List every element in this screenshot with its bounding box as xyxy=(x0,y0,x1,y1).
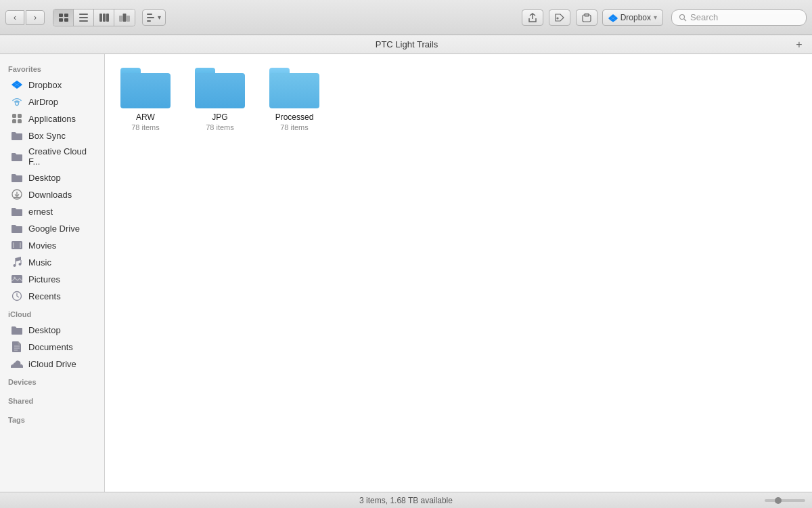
sidebar-item-google-drive[interactable]: Google Drive xyxy=(3,220,102,236)
arrange-icon xyxy=(147,14,156,22)
svg-rect-1 xyxy=(64,14,68,17)
sidebar-item-label: Recents xyxy=(28,291,61,301)
sidebar-section-tags: Tags xyxy=(0,410,104,427)
view-list-button[interactable] xyxy=(74,9,94,26)
sidebar-item-label: ernest xyxy=(28,207,53,217)
sidebar-item-creative-cloud[interactable]: Creative Cloud F... xyxy=(3,144,102,169)
svg-rect-13 xyxy=(147,14,152,15)
svg-point-41 xyxy=(14,264,16,267)
folder-item-arw[interactable]: ARW78 items xyxy=(118,68,173,131)
sidebar-item-label: Dropbox xyxy=(28,80,62,90)
sidebar-item-label: Google Drive xyxy=(28,224,80,234)
sidebar-item-recents[interactable]: Recents xyxy=(3,288,102,304)
sidebar-item-downloads[interactable]: Downloads xyxy=(3,186,102,203)
svg-rect-11 xyxy=(123,14,127,22)
coverflow-view-icon xyxy=(119,14,130,22)
dropbox-menu-arrow: ▾ xyxy=(654,14,657,21)
airdrop-icon xyxy=(11,96,23,108)
sidebar-item-ernest[interactable]: ernest xyxy=(3,203,102,219)
sidebar-section-icloud: iCloud xyxy=(0,305,104,321)
sidebar-item-label: Music xyxy=(28,257,51,268)
folder-grid: ARW78 itemsJPG78 itemsProcessed78 items xyxy=(118,68,798,131)
columns-view-icon xyxy=(99,14,109,22)
icloud-desktop-icon xyxy=(11,324,23,336)
search-box[interactable]: Search xyxy=(671,9,807,26)
google-drive-icon xyxy=(11,222,23,234)
sidebar-section-devices: Devices xyxy=(0,373,104,389)
sidebar-item-label: Desktop xyxy=(28,173,61,183)
music-icon xyxy=(11,256,23,268)
dropbox-toolbar-icon xyxy=(608,13,618,22)
desktop-folder-icon xyxy=(11,171,23,184)
back-button[interactable]: ‹ xyxy=(5,10,24,25)
sidebar-item-music[interactable]: Music xyxy=(3,254,102,270)
recents-icon xyxy=(11,290,23,302)
sidebar-item-movies[interactable]: Movies xyxy=(3,237,102,253)
window-title: PTC Light Trails xyxy=(20,39,793,49)
documents-icon xyxy=(11,341,23,353)
folder-name-processed: Processed xyxy=(275,112,314,122)
folder-item-jpg[interactable]: JPG78 items xyxy=(193,68,247,131)
forward-button[interactable]: › xyxy=(26,10,45,25)
dropbox-menu-label: Dropbox xyxy=(621,13,651,22)
status-text: 3 items, 1.68 TB available xyxy=(359,496,453,505)
view-coverflow-button[interactable] xyxy=(114,9,135,26)
toolbar: ‹ › xyxy=(0,0,812,35)
creative-cloud-icon xyxy=(11,150,23,163)
sidebar-item-icloud-drive[interactable]: iCloud Drive xyxy=(3,356,102,372)
svg-rect-8 xyxy=(103,14,106,22)
sidebar-item-desktop[interactable]: Desktop xyxy=(3,169,102,186)
nav-buttons: ‹ › xyxy=(5,10,45,25)
share-icon xyxy=(528,13,537,22)
edit-button[interactable] xyxy=(576,9,597,26)
sidebar-item-label: Downloads xyxy=(28,190,72,200)
folder-count-arw: 78 items xyxy=(131,123,160,131)
svg-rect-31 xyxy=(12,119,16,123)
folder-item-processed[interactable]: Processed78 items xyxy=(267,68,321,131)
svg-rect-7 xyxy=(99,14,102,22)
share-button[interactable] xyxy=(522,9,543,26)
svg-point-42 xyxy=(19,263,22,266)
sidebar-item-box-sync[interactable]: Box Sync xyxy=(3,127,102,144)
dropbox-menu-button[interactable]: Dropbox ▾ xyxy=(602,9,663,26)
svg-rect-9 xyxy=(106,14,109,22)
sidebar-section-shared: Shared xyxy=(0,391,104,408)
main-layout: Favorites Dropbox Ai xyxy=(0,54,812,492)
sidebar-item-icloud-desktop[interactable]: Desktop xyxy=(3,322,102,338)
svg-rect-38 xyxy=(20,242,21,248)
svg-point-28 xyxy=(16,102,19,106)
movies-icon xyxy=(11,239,23,251)
svg-rect-37 xyxy=(13,242,14,248)
folder-name-jpg: JPG xyxy=(212,112,227,122)
sidebar-item-pictures[interactable]: Pictures xyxy=(3,271,102,287)
sidebar-item-label: Documents xyxy=(28,342,73,352)
svg-point-22 xyxy=(680,14,685,19)
sidebar-section-favorites: Favorites xyxy=(0,60,104,76)
search-icon xyxy=(679,14,687,22)
svg-rect-3 xyxy=(64,18,68,22)
edit-icon xyxy=(582,13,591,22)
arrange-dropdown-arrow: ▾ xyxy=(158,14,161,21)
view-columns-button[interactable] xyxy=(94,9,114,26)
sidebar-item-label: AirDrop xyxy=(28,97,58,107)
new-folder-button[interactable]: + xyxy=(793,39,805,51)
svg-rect-30 xyxy=(18,114,22,118)
view-icon-button[interactable] xyxy=(53,9,74,26)
svg-rect-0 xyxy=(59,14,63,17)
sidebar-item-documents[interactable]: Documents xyxy=(3,339,102,355)
sidebar-item-applications[interactable]: Applications xyxy=(3,110,102,127)
svg-rect-12 xyxy=(127,16,130,22)
zoom-slider-thumb[interactable] xyxy=(775,497,782,504)
sidebar-item-airdrop[interactable]: AirDrop xyxy=(3,93,102,110)
zoom-slider-track[interactable] xyxy=(765,499,805,502)
sidebar: Favorites Dropbox Ai xyxy=(0,54,105,492)
status-bar: 3 items, 1.68 TB available xyxy=(0,492,812,508)
sidebar-item-label: iCloud Drive xyxy=(28,359,76,369)
tag-button[interactable] xyxy=(549,9,570,26)
svg-rect-15 xyxy=(147,20,151,22)
arrange-button[interactable]: ▾ xyxy=(142,9,166,26)
search-placeholder: Search xyxy=(690,12,718,22)
content-area: ARW78 itemsJPG78 itemsProcessed78 items xyxy=(105,54,812,492)
sidebar-item-dropbox[interactable]: Dropbox xyxy=(3,77,102,93)
tag-icon xyxy=(554,13,565,22)
